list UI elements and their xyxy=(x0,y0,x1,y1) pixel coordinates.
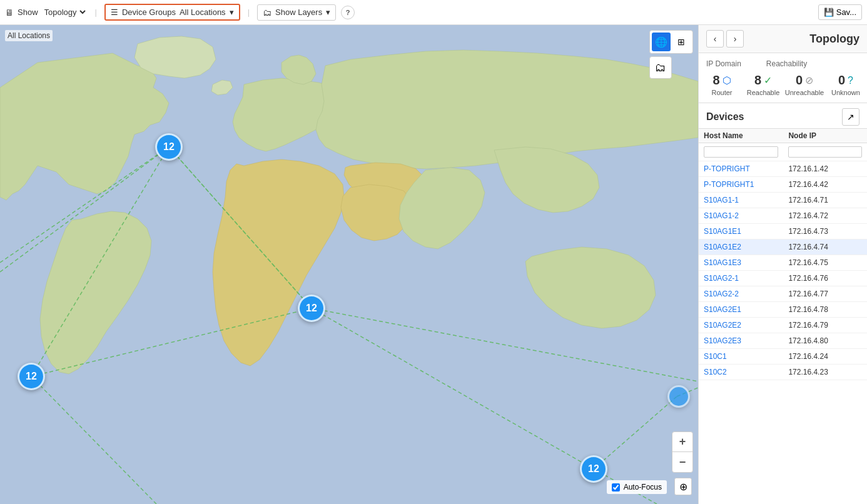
device-hostname-link[interactable]: S10C1 xyxy=(704,352,727,361)
layers-icon: 🗂 xyxy=(263,8,271,18)
cluster-count: 12 xyxy=(588,463,599,475)
cluster-europe[interactable]: 12 xyxy=(298,295,325,322)
col-nodeip: Node IP xyxy=(783,129,867,143)
map-area[interactable]: All Locations 🌐 ⊞ 🗂 + − xyxy=(0,25,698,504)
devices-table-body: P-TOPRIGHT172.16.1.42P-TOPRIGHT1172.16.4… xyxy=(699,161,867,380)
device-ip: 172.16.4.78 xyxy=(783,302,867,318)
svg-line-4 xyxy=(312,308,594,469)
help-button[interactable]: ? xyxy=(341,6,355,19)
device-hostname-link[interactable]: S10AG1-2 xyxy=(704,211,739,220)
device-hostname: S10C1 xyxy=(699,349,783,365)
cluster-west[interactable]: 12 xyxy=(18,363,45,390)
unknown-icon: ? xyxy=(848,75,853,86)
main-content: All Locations 🌐 ⊞ 🗂 + − xyxy=(0,25,867,504)
svg-line-5 xyxy=(312,308,698,381)
crosshair-button[interactable]: ⊕ xyxy=(674,478,692,495)
router-icon: ⬡ xyxy=(722,74,731,86)
table-row: S10AG1E1172.16.4.73 xyxy=(699,224,867,239)
table-row: S10AG1-1172.16.4.71 xyxy=(699,193,867,208)
show-select[interactable]: Topology xyxy=(42,7,88,18)
table-row: P-TOPRIGHT172.16.1.42 xyxy=(699,161,867,177)
cluster-arabia[interactable]: 12 xyxy=(580,455,607,483)
globe-view-button[interactable]: 🌐 xyxy=(652,33,671,51)
device-hostname-link[interactable]: P-TOPRIGHT xyxy=(704,164,750,173)
panel-navigation: ‹ › xyxy=(706,30,744,48)
table-row: S10AG2-1172.16.4.76 xyxy=(699,271,867,286)
unreachable-count: 0 xyxy=(796,73,803,88)
table-row: P-TOPRIGHT1172.16.4.42 xyxy=(699,177,867,193)
device-hostname-link[interactable]: S10AG1E1 xyxy=(704,227,741,236)
device-groups-button[interactable]: ☰ Device Groups All Locations ▾ xyxy=(104,4,240,21)
device-hostname-link[interactable]: S10AG2-2 xyxy=(704,290,739,298)
cluster-count: 12 xyxy=(306,303,317,314)
svg-line-7 xyxy=(31,308,312,376)
map-layers-icon: 🗂 xyxy=(655,61,666,74)
panel-header: ‹ › Topology xyxy=(699,25,867,53)
show-control: 🖥 Show Topology xyxy=(5,7,88,18)
topology-icon: ⊞ xyxy=(677,37,685,47)
device-hostname-link[interactable]: S10AG2-1 xyxy=(704,274,739,283)
zoom-in-button[interactable]: + xyxy=(672,432,692,452)
table-row: S10AG1-2172.16.4.72 xyxy=(699,208,867,224)
svg-line-9 xyxy=(31,376,156,504)
device-hostname-link[interactable]: S10AG1E3 xyxy=(704,258,741,267)
device-hostname: P-TOPRIGHT1 xyxy=(699,177,783,193)
device-ip: 172.16.4.73 xyxy=(783,224,867,239)
export-button[interactable]: ↗ xyxy=(842,108,859,126)
table-row: S10C1172.16.4.24 xyxy=(699,349,867,365)
export-icon: ↗ xyxy=(847,112,854,122)
router-label: Router xyxy=(711,89,732,96)
device-hostname: S10AG1E1 xyxy=(699,224,783,239)
unreachable-label: Unreachable xyxy=(785,89,824,96)
all-locations-label: All Locations xyxy=(5,30,53,41)
save-button[interactable]: 💾 Sav... xyxy=(818,4,862,20)
auto-focus-checkbox[interactable] xyxy=(612,483,620,491)
topology-panel: ‹ › Topology IP Domain Reachability 8 ⬡ xyxy=(698,25,867,504)
device-ip: 172.16.4.42 xyxy=(783,177,867,193)
device-hostname-link[interactable]: S10AG2E2 xyxy=(704,321,741,330)
svg-line-6 xyxy=(594,396,677,469)
stats-row: 8 ⬡ Router 8 ✓ Reachable 0 ⊘ xyxy=(706,73,859,96)
panel-nav-right[interactable]: › xyxy=(726,30,744,48)
crosshair-icon: ⊕ xyxy=(679,481,687,493)
cluster-greenland[interactable]: 12 xyxy=(155,133,183,161)
hostname-filter-cell xyxy=(699,143,783,161)
panel-title: Topology xyxy=(809,33,859,46)
reachable-label: Reachable xyxy=(747,89,780,96)
device-hostname: P-TOPRIGHT xyxy=(699,161,783,177)
hostname-filter-input[interactable] xyxy=(704,146,778,158)
svg-rect-0 xyxy=(0,25,698,504)
map-controls: 🌐 ⊞ 🗂 xyxy=(649,30,693,79)
table-row: S10AG2-2172.16.4.77 xyxy=(699,286,867,302)
zoom-out-button[interactable]: − xyxy=(672,452,692,472)
device-hostname-link[interactable]: P-TOPRIGHT1 xyxy=(704,180,754,189)
device-ip: 172.16.4.24 xyxy=(783,349,867,365)
nodeip-filter-input[interactable] xyxy=(788,146,862,158)
map-layers-button[interactable]: 🗂 xyxy=(649,56,672,79)
table-row: S10AG1E3172.16.4.75 xyxy=(699,255,867,271)
device-hostname-link[interactable]: S10AG2E1 xyxy=(704,305,741,314)
device-hostname: S10AG2E1 xyxy=(699,302,783,318)
zoom-buttons: + − xyxy=(672,431,693,473)
device-hostname-link[interactable]: S10AG2E3 xyxy=(704,336,741,345)
reachability-header: Reachability xyxy=(766,59,807,68)
panel-nav-left[interactable]: ‹ xyxy=(706,30,724,48)
separator-2: | xyxy=(248,8,250,17)
show-layers-button[interactable]: 🗂 Show Layers ▾ xyxy=(257,4,336,21)
device-ip: 172.16.4.79 xyxy=(783,318,867,333)
zoom-controls: + − xyxy=(672,431,693,473)
device-ip: 172.16.1.42 xyxy=(783,161,867,177)
device-hostname-link[interactable]: S10AG1E2 xyxy=(704,243,741,251)
svg-line-13 xyxy=(0,147,169,263)
device-hostname-link[interactable]: S10AG1-1 xyxy=(704,196,739,204)
table-filter-row xyxy=(699,143,867,161)
unreachable-icon: ⊘ xyxy=(805,74,813,86)
cluster-far-east[interactable] xyxy=(667,385,690,408)
device-hostname: S10AG2E2 xyxy=(699,318,783,333)
globe-icon: 🌐 xyxy=(655,36,667,48)
devices-table-container[interactable]: Host Name Node IP P-TOPRIGHT172.16.1.42P… xyxy=(699,129,867,504)
device-ip: 172.16.4.72 xyxy=(783,208,867,224)
save-icon: 💾 xyxy=(824,8,834,17)
topology-view-button[interactable]: ⊞ xyxy=(672,33,691,51)
device-hostname-link[interactable]: S10C2 xyxy=(704,368,727,376)
